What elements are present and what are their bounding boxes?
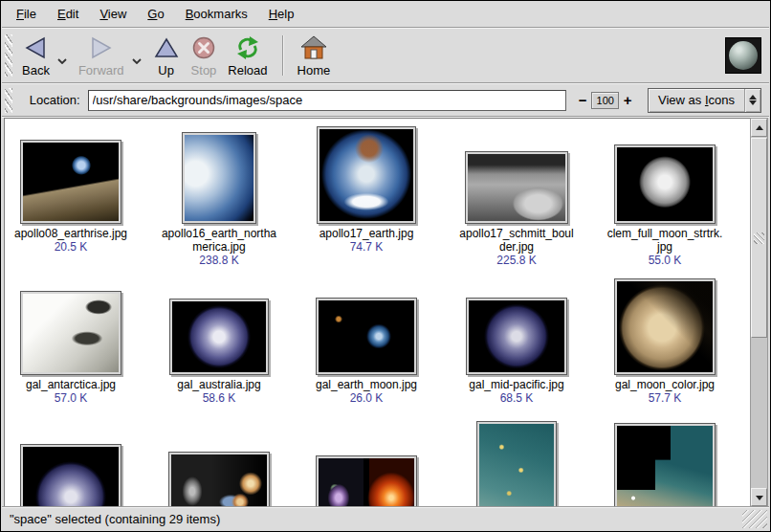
file-thumbnail[interactable] [316, 298, 417, 375]
menu-bookmarks[interactable]: Bookmarks [175, 3, 258, 25]
apollo17-image [319, 129, 413, 221]
menubar: FileEditViewGoBookmarksHelp [2, 1, 769, 28]
view-as-dropdown[interactable]: View as Icons [648, 88, 761, 113]
file-thumbnail[interactable] [168, 452, 270, 507]
zoom-in-button[interactable]: + [619, 92, 636, 108]
home-button[interactable]: Home [294, 32, 335, 80]
stop-button[interactable]: Stop [187, 32, 221, 80]
file-size: 20.5 K [55, 240, 88, 254]
file-item[interactable]: apollo16_earth_northamerica.jpg238.8 K [147, 126, 291, 267]
file-name: gal_earth_moon.jpg [316, 378, 417, 391]
stop-icon [191, 34, 216, 61]
thumbnail-box [295, 126, 438, 224]
file-item[interactable] [445, 419, 588, 507]
file-thumbnail[interactable] [169, 299, 269, 375]
r3-teal-image [479, 424, 554, 507]
menu-view[interactable]: View [89, 3, 137, 25]
scroll-up-button[interactable] [751, 119, 767, 137]
forward-icon [88, 34, 115, 61]
file-name: gal_moon_color.jpg [615, 378, 715, 391]
globe-throbber-icon [729, 41, 758, 70]
thumbnail-box [4, 277, 143, 375]
file-thumbnail[interactable] [614, 423, 716, 507]
toolbar: BackForwardUpStopReloadHome [2, 29, 769, 83]
reload-button[interactable]: Reload [224, 32, 271, 80]
file-manager-window: FileEditViewGoBookmarksHelp BackForwardU… [0, 0, 771, 532]
menu-file[interactable]: File [6, 3, 47, 25]
file-name: apollo17_earth.jpg [319, 227, 414, 240]
forward-button-label: Forward [78, 63, 124, 78]
scroll-down-button[interactable] [751, 488, 767, 506]
file-item[interactable]: apollo08_earthrise.jpg20.5 K [4, 126, 143, 254]
file-size: 57.7 K [649, 391, 682, 405]
scrollbar-thumb[interactable] [751, 138, 767, 338]
r3-tealcut-image [617, 426, 713, 507]
file-thumbnail[interactable] [465, 151, 568, 224]
earthrise-image [23, 143, 119, 221]
file-item[interactable]: gal_moon_color.jpg57.7 K [593, 277, 737, 405]
clemmoon-image [617, 147, 713, 221]
file-item[interactable]: apollo17_schmitt_boulder.jpg225.8 K [445, 126, 588, 267]
file-thumbnail[interactable] [476, 421, 557, 507]
r3-earth-image [23, 447, 119, 507]
forward-history-dropdown-button[interactable] [130, 33, 143, 78]
file-item[interactable] [147, 419, 291, 507]
menu-help[interactable]: Help [258, 3, 305, 25]
menu-go[interactable]: Go [137, 3, 174, 25]
file-size: 58.6 K [203, 391, 236, 405]
file-name: jpg [657, 240, 672, 254]
thumbnail-box [445, 126, 588, 224]
up-button[interactable]: Up [149, 32, 184, 80]
up-button-label: Up [158, 63, 174, 78]
window-resize-grip[interactable] [742, 510, 767, 528]
file-size: 225.8 K [496, 254, 536, 267]
file-thumbnail[interactable] [20, 140, 121, 224]
file-thumbnail[interactable] [614, 278, 716, 375]
file-name: gal_australia.jpg [177, 378, 260, 391]
toolbar-drag-handle[interactable] [5, 34, 12, 77]
back-button-label: Back [22, 63, 50, 78]
earthmoon-image [319, 300, 414, 372]
file-size: 55.0 K [649, 254, 682, 267]
file-item[interactable]: clem_full_moon_strtrk.jpg55.0 K [593, 126, 737, 267]
file-thumbnail[interactable] [20, 291, 121, 375]
icon-view[interactable]: apollo08_earthrise.jpg20.5 Kapollo16_ear… [4, 118, 751, 507]
back-history-dropdown-button[interactable] [55, 33, 69, 78]
file-item[interactable]: apollo17_earth.jpg74.7 K [295, 126, 438, 254]
file-item[interactable]: gal_australia.jpg58.6 K [147, 277, 291, 405]
australia-image [172, 301, 266, 372]
location-bar-drag-handle[interactable] [5, 88, 12, 113]
file-size: 238.8 K [199, 254, 238, 267]
zoom-level: 100 [591, 92, 619, 109]
reload-icon [234, 34, 261, 61]
file-name: der.jpg [499, 240, 534, 254]
file-thumbnail[interactable] [20, 444, 121, 507]
file-size: 26.0 K [350, 391, 384, 405]
file-item[interactable] [4, 419, 143, 507]
reload-button-label: Reload [228, 63, 267, 78]
file-item[interactable] [295, 419, 438, 507]
menu-edit[interactable]: Edit [47, 3, 89, 25]
file-item[interactable]: gal_antarctica.jpg57.0 K [4, 277, 143, 405]
r3-nebulae-image [319, 458, 414, 507]
back-icon [22, 34, 49, 61]
location-input[interactable] [88, 90, 567, 111]
file-thumbnail[interactable] [466, 298, 567, 375]
zoom-out-button[interactable]: − [574, 92, 591, 108]
status-text: "space" selected (containing 29 items) [10, 512, 220, 526]
up-icon [153, 34, 180, 61]
view-as-label: View as Icons [649, 93, 744, 107]
file-thumbnail[interactable] [182, 132, 256, 224]
file-thumbnail[interactable] [316, 455, 417, 507]
file-item[interactable]: gal_mid-pacific.jpg68.5 K [445, 277, 588, 405]
file-thumbnail[interactable] [614, 144, 716, 224]
file-item[interactable]: gal_earth_moon.jpg26.0 K [295, 277, 438, 405]
back-button[interactable]: Back [18, 32, 54, 80]
file-item[interactable] [593, 419, 737, 507]
forward-button[interactable]: Forward [75, 32, 128, 80]
vertical-scrollbar[interactable] [750, 118, 768, 507]
r3-galaxies-image [171, 454, 267, 507]
file-thumbnail[interactable] [317, 126, 416, 224]
scrollbar-grip-icon [754, 233, 764, 244]
home-icon [300, 34, 327, 61]
